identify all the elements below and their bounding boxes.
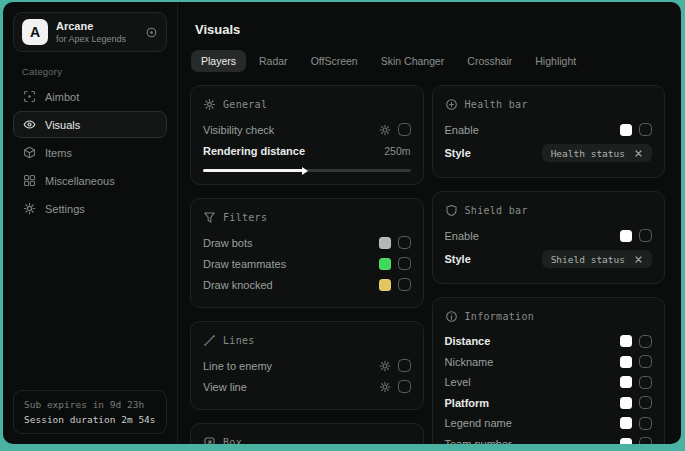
row-team-number: Team number <box>445 434 653 445</box>
row-legend-name: Legend name <box>445 413 653 434</box>
sidebar-item-label: Miscellaneous <box>45 175 115 187</box>
row-view-line: View line <box>203 376 411 397</box>
platform-checkbox[interactable] <box>639 396 652 409</box>
rendering-distance-slider[interactable] <box>203 169 411 172</box>
level-checkbox[interactable] <box>639 376 652 389</box>
card-title: Filters <box>223 212 267 223</box>
color-swatch[interactable] <box>379 237 391 249</box>
sidebar-item-visuals[interactable]: Visuals <box>13 111 167 138</box>
app-header: A Arcane for Apex Legends <box>13 12 167 52</box>
gear-icon[interactable] <box>379 360 391 372</box>
color-swatch[interactable] <box>620 376 632 388</box>
close-icon[interactable] <box>634 255 643 264</box>
line-icon <box>203 334 216 347</box>
line-to-enemy-checkbox[interactable] <box>398 359 411 372</box>
sidebar-item-aimbot[interactable]: Aimbot <box>13 83 167 110</box>
sub-expiry-text: Sub expires in 9d 23h <box>24 399 156 410</box>
funnel-icon <box>203 211 216 224</box>
health-enable-checkbox[interactable] <box>639 123 652 136</box>
legend-name-checkbox[interactable] <box>639 417 652 430</box>
row-level: Level <box>445 372 653 393</box>
gear-icon[interactable] <box>379 124 391 136</box>
health-icon <box>445 98 458 111</box>
cube-icon <box>23 146 36 159</box>
visibility-check-checkbox[interactable] <box>398 123 411 136</box>
draw-knocked-checkbox[interactable] <box>398 278 411 291</box>
color-swatch[interactable] <box>620 438 632 444</box>
tab-skin-changer[interactable]: Skin Changer <box>371 50 455 72</box>
distance-checkbox[interactable] <box>639 335 652 348</box>
target-icon[interactable] <box>145 26 158 39</box>
sidebar-item-miscellaneous[interactable]: Miscellaneous <box>13 167 167 194</box>
color-swatch[interactable] <box>620 397 632 409</box>
grid-icon <box>23 174 36 187</box>
main-panel: Visuals Players Radar OffScreen Skin Cha… <box>178 2 681 444</box>
subscription-info: Sub expires in 9d 23h Session duration 2… <box>13 390 167 434</box>
card-title: Information <box>465 311 535 322</box>
app-logo: A <box>22 19 48 45</box>
sun-icon <box>203 98 216 111</box>
row-draw-bots: Draw bots <box>203 232 411 253</box>
card-title: Health bar <box>465 99 528 110</box>
nickname-checkbox[interactable] <box>639 355 652 368</box>
team-number-checkbox[interactable] <box>639 437 652 444</box>
color-swatch[interactable] <box>620 335 632 347</box>
row-distance: Distance <box>445 331 653 352</box>
card-title: Shield bar <box>465 205 528 216</box>
gear-icon <box>23 202 36 215</box>
color-swatch[interactable] <box>379 279 391 291</box>
draw-bots-checkbox[interactable] <box>398 236 411 249</box>
view-line-checkbox[interactable] <box>398 380 411 393</box>
card-information: Information Distance Nickname <box>432 297 666 444</box>
color-swatch[interactable] <box>620 356 632 368</box>
tab-radar[interactable]: Radar <box>249 50 298 72</box>
tab-highlight[interactable]: Highlight <box>525 50 586 72</box>
gear-icon[interactable] <box>379 381 391 393</box>
eye-icon <box>23 118 36 131</box>
app-subtitle: for Apex Legends <box>56 34 126 44</box>
row-health-style: Style Health status <box>445 141 653 165</box>
row-line-to-enemy: Line to enemy <box>203 355 411 376</box>
app-name: Arcane <box>56 20 126 33</box>
category-label: Category <box>22 66 167 77</box>
card-box: Box Enable Enable background <box>190 423 424 444</box>
sidebar-item-label: Aimbot <box>45 91 79 103</box>
info-icon <box>445 310 458 323</box>
color-swatch[interactable] <box>620 417 632 429</box>
row-nickname: Nickname <box>445 352 653 373</box>
card-health-bar: Health bar Enable Style Health status <box>432 85 666 178</box>
box-icon <box>203 436 216 444</box>
health-style-value: Health status <box>551 148 625 159</box>
tab-crosshair[interactable]: Crosshair <box>457 50 522 72</box>
app-window: A Arcane for Apex Legends Category Aimbo… <box>3 2 681 444</box>
shield-icon <box>445 204 458 217</box>
draw-teammates-checkbox[interactable] <box>398 257 411 270</box>
page-title: Visuals <box>195 22 665 37</box>
tab-bar: Players Radar OffScreen Skin Changer Cro… <box>191 50 665 72</box>
color-swatch[interactable] <box>620 124 632 136</box>
row-health-enable: Enable <box>445 119 653 140</box>
tab-players[interactable]: Players <box>191 50 246 72</box>
shield-enable-checkbox[interactable] <box>639 229 652 242</box>
card-general: General Visibility check Rendering dista… <box>190 85 424 185</box>
card-lines: Lines Line to enemy View line <box>190 321 424 410</box>
row-shield-enable: Enable <box>445 225 653 246</box>
sidebar-item-label: Settings <box>45 203 85 215</box>
card-title: General <box>223 99 267 110</box>
sidebar: A Arcane for Apex Legends Category Aimbo… <box>3 2 178 444</box>
sidebar-item-items[interactable]: Items <box>13 139 167 166</box>
sidebar-item-settings[interactable]: Settings <box>13 195 167 222</box>
sidebar-item-label: Items <box>45 147 72 159</box>
row-rendering-distance: Rendering distance 250m <box>203 140 411 161</box>
color-swatch[interactable] <box>379 258 391 270</box>
card-title: Box <box>223 437 242 444</box>
health-style-select[interactable]: Health status <box>542 144 652 162</box>
shield-style-select[interactable]: Shield status <box>542 250 652 268</box>
slider-fill <box>203 169 303 172</box>
card-shield-bar: Shield bar Enable Style Shield status <box>432 191 666 284</box>
close-icon[interactable] <box>634 149 643 158</box>
tab-offscreen[interactable]: OffScreen <box>301 50 368 72</box>
color-swatch[interactable] <box>620 230 632 242</box>
shield-style-value: Shield status <box>551 254 625 265</box>
session-duration-text: Session duration 2m 54s <box>24 414 156 425</box>
